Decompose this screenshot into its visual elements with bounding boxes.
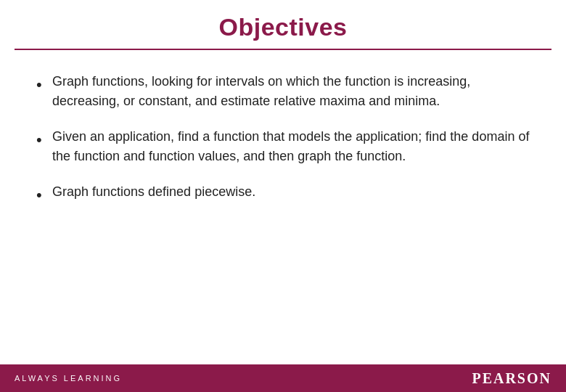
bullet-icon: • bbox=[36, 128, 52, 152]
bullet-list: • Graph functions, looking for intervals… bbox=[36, 72, 530, 207]
content-section: • Graph functions, looking for intervals… bbox=[0, 50, 566, 392]
bullet-text-3: Graph functions defined piecewise. bbox=[52, 182, 530, 202]
title-section: Objectives bbox=[0, 0, 566, 49]
footer-pearson: PEARSON bbox=[472, 370, 551, 387]
bullet-icon: • bbox=[36, 183, 52, 207]
list-item: • Graph functions, looking for intervals… bbox=[36, 72, 530, 111]
footer-always-learning: ALWAYS LEARNING bbox=[15, 374, 122, 383]
slide-title: Objectives bbox=[29, 13, 537, 41]
list-item: • Given an application, find a function … bbox=[36, 127, 530, 166]
slide-footer: ALWAYS LEARNING PEARSON bbox=[0, 364, 566, 392]
bullet-text-2: Given an application, find a function th… bbox=[52, 127, 530, 166]
slide-container: Objectives • Graph functions, looking fo… bbox=[0, 0, 566, 392]
list-item: • Graph functions defined piecewise. bbox=[36, 182, 530, 207]
bullet-icon: • bbox=[36, 73, 52, 97]
bullet-text-1: Graph functions, looking for intervals o… bbox=[52, 72, 530, 111]
